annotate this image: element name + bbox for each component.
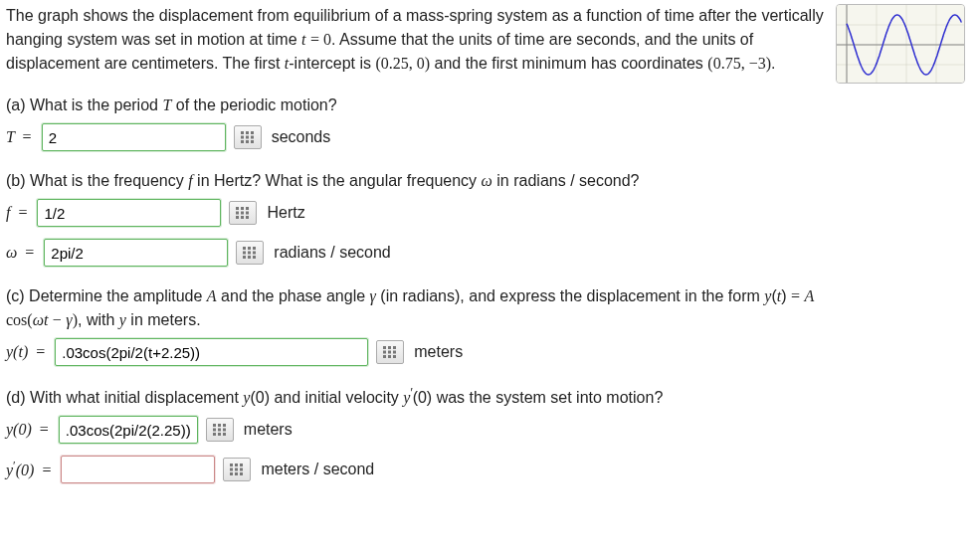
svg-rect-18 — [243, 247, 246, 250]
svg-rect-15 — [236, 216, 239, 219]
svg-rect-22 — [248, 252, 251, 255]
part-d-label: (d) With what initial displacement y(0) … — [6, 384, 832, 410]
svg-rect-41 — [223, 429, 226, 432]
input-y0[interactable] — [59, 416, 198, 444]
unit-yt: meters — [414, 340, 463, 364]
svg-rect-39 — [213, 429, 216, 432]
part-a-label: (a) What is the period T of the periodic… — [6, 93, 832, 117]
unit-f: Hertz — [267, 201, 304, 225]
input-yt[interactable] — [55, 338, 368, 366]
input-T[interactable] — [42, 123, 226, 151]
prefix-yprime0: y′(0) = — [6, 457, 55, 482]
svg-rect-14 — [246, 212, 249, 215]
svg-rect-7 — [246, 140, 249, 143]
svg-rect-21 — [243, 252, 246, 255]
unit-yprime0: meters / second — [261, 458, 374, 481]
svg-rect-33 — [383, 355, 386, 358]
svg-rect-24 — [243, 256, 246, 259]
part-c: (c) Determine the amplitude A and the ph… — [6, 284, 832, 368]
svg-rect-28 — [388, 346, 391, 349]
unit-y0: meters — [244, 418, 293, 442]
svg-rect-47 — [240, 464, 243, 466]
svg-rect-8 — [251, 140, 254, 143]
svg-rect-3 — [241, 136, 244, 139]
svg-rect-48 — [230, 468, 233, 471]
svg-rect-1 — [246, 131, 249, 134]
input-yprime0[interactable] — [61, 456, 215, 483]
svg-rect-53 — [240, 472, 243, 475]
svg-rect-43 — [218, 433, 221, 436]
svg-rect-44 — [223, 433, 226, 436]
svg-rect-50 — [240, 468, 243, 471]
keypad-icon[interactable] — [376, 340, 404, 364]
svg-rect-42 — [213, 433, 216, 436]
part-c-label: (c) Determine the amplitude A and the ph… — [6, 284, 832, 332]
keypad-icon[interactable] — [229, 201, 257, 225]
svg-rect-40 — [218, 429, 221, 432]
svg-rect-2 — [251, 131, 254, 134]
answer-row-yt: y(t) = meters — [6, 336, 832, 368]
answer-row-f: f = Hertz — [6, 197, 832, 229]
svg-rect-34 — [388, 355, 391, 358]
keypad-icon[interactable] — [236, 241, 264, 265]
svg-rect-16 — [241, 216, 244, 219]
svg-rect-29 — [393, 346, 396, 349]
svg-rect-25 — [248, 256, 251, 259]
svg-rect-23 — [253, 252, 256, 255]
svg-rect-0 — [241, 131, 244, 134]
svg-rect-37 — [218, 424, 221, 427]
keypad-icon[interactable] — [234, 125, 262, 149]
unit-omega: radians / second — [274, 241, 390, 265]
prefix-T: T = — [6, 125, 36, 149]
svg-rect-9 — [236, 207, 239, 210]
keypad-icon[interactable] — [223, 458, 251, 481]
svg-rect-12 — [236, 212, 239, 215]
svg-rect-51 — [230, 472, 233, 475]
answer-row-y0: y(0) = meters — [6, 414, 832, 446]
unit-T: seconds — [272, 125, 331, 149]
svg-rect-38 — [223, 424, 226, 427]
input-f[interactable] — [37, 199, 221, 227]
svg-rect-17 — [246, 216, 249, 219]
answer-row-T: T = seconds — [6, 121, 832, 153]
input-omega[interactable] — [44, 239, 228, 267]
prefix-yt: y(t) = — [6, 340, 49, 364]
part-b-label: (b) What is the frequency f in Hertz? Wh… — [6, 169, 832, 193]
svg-rect-19 — [248, 247, 251, 250]
svg-rect-13 — [241, 212, 244, 215]
intro-text: The graph shows the displacement from eq… — [6, 4, 832, 76]
svg-rect-26 — [253, 256, 256, 259]
svg-rect-46 — [235, 464, 238, 466]
prefix-omega: ω = — [6, 241, 38, 265]
displacement-graph[interactable] — [836, 4, 965, 84]
svg-rect-27 — [383, 346, 386, 349]
svg-rect-30 — [383, 351, 386, 354]
prefix-f: f = — [6, 201, 31, 225]
answer-row-yprime0: y′(0) = meters / second — [6, 454, 832, 485]
svg-rect-11 — [246, 207, 249, 210]
svg-rect-32 — [393, 351, 396, 354]
svg-rect-4 — [246, 136, 249, 139]
keypad-icon[interactable] — [206, 418, 234, 442]
svg-rect-20 — [253, 247, 256, 250]
svg-rect-35 — [393, 355, 396, 358]
svg-rect-6 — [241, 140, 244, 143]
svg-rect-10 — [241, 207, 244, 210]
svg-rect-5 — [251, 136, 254, 139]
svg-rect-49 — [235, 468, 238, 471]
svg-rect-31 — [388, 351, 391, 354]
prefix-y0: y(0) = — [6, 418, 53, 442]
svg-rect-36 — [213, 424, 216, 427]
answer-row-omega: ω = radians / second — [6, 237, 832, 269]
svg-rect-52 — [235, 472, 238, 475]
svg-rect-45 — [230, 464, 233, 466]
part-d: (d) With what initial displacement y(0) … — [6, 384, 832, 485]
part-b: (b) What is the frequency f in Hertz? Wh… — [6, 169, 832, 269]
part-a: (a) What is the period T of the periodic… — [6, 93, 832, 153]
